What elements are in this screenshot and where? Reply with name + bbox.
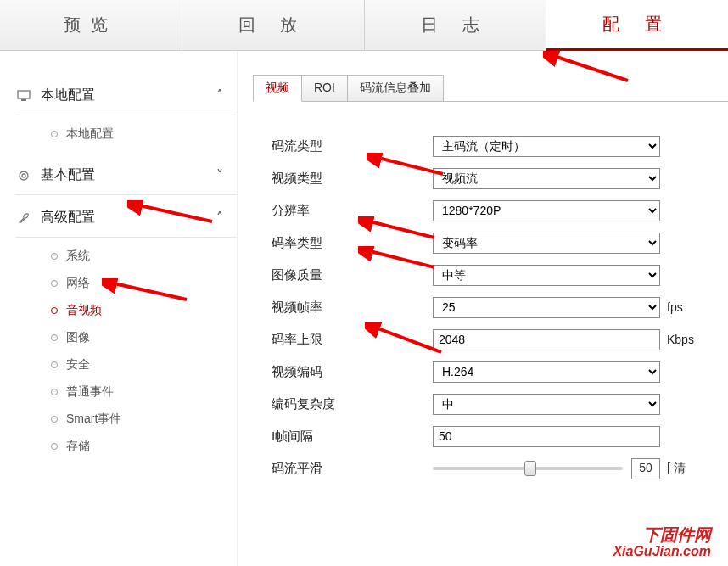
sidebar-item-network[interactable]: 网络 (15, 270, 237, 297)
input-iframe[interactable] (433, 426, 660, 447)
video-settings-panel: 码流类型主码流（定时） 视频类型视频流 分辨率1280*720P 码率类型变码率… (253, 101, 728, 480)
select-resolution[interactable]: 1280*720P (433, 200, 660, 221)
bullet-icon (51, 307, 58, 314)
slider-value: 50 (631, 458, 660, 479)
watermark-line2: XiaGuJian.com (613, 544, 711, 559)
sidebar-item-label: 存储 (66, 439, 90, 454)
label-bitrate-type: 码率类型 (272, 235, 433, 251)
sidebar-item-label: Smart事件 (66, 412, 121, 427)
sidebar-item-label: 音视频 (66, 303, 102, 318)
slider-thumb[interactable] (524, 461, 536, 476)
slider-smoothing[interactable] (433, 467, 623, 470)
label-stream-type: 码流类型 (272, 138, 433, 154)
select-frame-rate[interactable]: 25 (433, 297, 660, 318)
label-max-bitrate: 码率上限 (272, 332, 433, 348)
sidebar: 本地配置 ˄ 本地配置 基本配置 ˅ 高级配置 ˄ 系统 网络 (0, 51, 238, 566)
sub-tabs: 视频 ROI 码流信息叠加 (253, 75, 728, 102)
sidebar-item-label: 系统 (66, 249, 90, 264)
sidebar-item-local-config[interactable]: 本地配置 (15, 120, 237, 148)
bullet-icon (51, 389, 58, 395)
select-complexity[interactable]: 中 (433, 394, 660, 415)
watermark-line1: 下固件网 (613, 525, 711, 544)
bullet-icon (51, 416, 58, 423)
slider-suffix: [ 清 (667, 461, 686, 476)
bullet-icon (51, 131, 58, 137)
watermark: 下固件网 XiaGuJian.com (613, 525, 711, 559)
chevron-up-icon: ˄ (216, 87, 223, 104)
bullet-icon (51, 334, 58, 341)
svg-rect-0 (18, 91, 30, 98)
main-tabs: 预览 回 放 日 志 配 置 (0, 0, 728, 51)
group-local-label: 本地配置 (41, 87, 216, 104)
subtab-video[interactable]: 视频 (253, 75, 302, 102)
wrench-icon (15, 210, 32, 227)
svg-rect-1 (21, 99, 26, 101)
select-stream-type[interactable]: 主码流（定时） (433, 136, 660, 157)
sidebar-item-label: 本地配置 (66, 126, 114, 142)
bullet-icon (51, 361, 58, 368)
label-resolution: 分辨率 (272, 203, 433, 219)
sidebar-item-storage[interactable]: 存储 (15, 433, 237, 460)
tab-log[interactable]: 日 志 (365, 0, 547, 50)
chevron-down-icon: ˅ (216, 167, 223, 183)
subtab-roi[interactable]: ROI (301, 75, 348, 102)
select-image-quality[interactable]: 中等 (433, 265, 660, 286)
sidebar-item-system[interactable]: 系统 (15, 243, 237, 270)
label-frame-rate: 视频帧率 (272, 300, 433, 316)
label-video-encoding: 视频编码 (272, 364, 433, 380)
subtab-overlay[interactable]: 码流信息叠加 (347, 75, 444, 102)
label-image-quality: 图像质量 (272, 267, 433, 283)
sidebar-item-image[interactable]: 图像 (15, 324, 237, 351)
group-local[interactable]: 本地配置 ˄ (15, 76, 237, 115)
sidebar-item-security[interactable]: 安全 (15, 351, 237, 378)
tab-preview[interactable]: 预览 (0, 0, 182, 50)
sidebar-item-normal-events[interactable]: 普通事件 (15, 378, 237, 406)
unit-fps: fps (667, 300, 683, 314)
unit-kbps: Kbps (667, 333, 694, 346)
chevron-up-icon: ˄ (216, 210, 223, 226)
bullet-icon (51, 253, 58, 260)
group-basic-label: 基本配置 (41, 166, 216, 184)
sidebar-item-audiovideo[interactable]: 音视频 (15, 297, 237, 324)
input-max-bitrate[interactable] (433, 329, 660, 350)
group-advanced-label: 高级配置 (41, 209, 216, 227)
sidebar-item-smart-events[interactable]: Smart事件 (15, 406, 237, 433)
label-smoothing: 码流平滑 (272, 461, 433, 477)
bullet-icon (51, 280, 58, 287)
monitor-icon (15, 87, 32, 104)
sidebar-item-label: 网络 (66, 276, 90, 291)
bullet-icon (51, 443, 58, 450)
select-video-encoding[interactable]: H.264 (433, 361, 660, 383)
sidebar-item-label: 图像 (66, 330, 90, 345)
tab-playback[interactable]: 回 放 (182, 0, 365, 50)
main-panel: 视频 ROI 码流信息叠加 码流类型主码流（定时） 视频类型视频流 分辨率128… (238, 51, 728, 566)
tab-config[interactable]: 配 置 (546, 0, 728, 51)
select-bitrate-type[interactable]: 变码率 (433, 233, 660, 254)
gear-icon (15, 167, 32, 184)
svg-point-3 (22, 174, 25, 177)
select-video-type[interactable]: 视频流 (433, 168, 660, 189)
svg-point-2 (20, 171, 28, 180)
label-video-type: 视频类型 (272, 171, 433, 187)
label-complexity: 编码复杂度 (272, 396, 433, 412)
sidebar-item-label: 安全 (66, 357, 90, 373)
group-basic[interactable]: 基本配置 ˅ (15, 156, 237, 195)
group-advanced[interactable]: 高级配置 ˄ (15, 199, 237, 238)
sidebar-item-label: 普通事件 (66, 384, 114, 400)
label-iframe: I帧间隔 (272, 429, 433, 445)
